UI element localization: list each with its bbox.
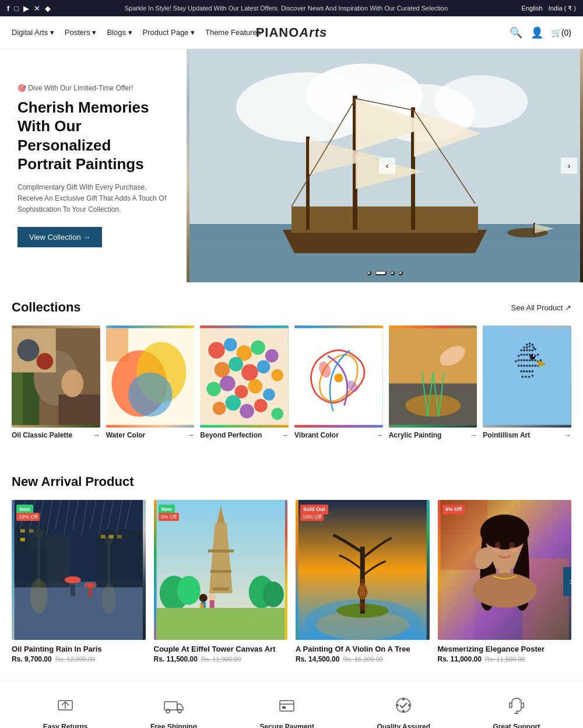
hero-dot-4[interactable] [398,271,403,275]
instagram-icon[interactable]: □ [14,4,19,13]
svg-point-42 [215,362,230,377]
account-icon[interactable]: 👤 [531,26,543,39]
svg-point-90 [518,359,520,362]
svg-point-104 [532,365,534,367]
svg-point-74 [533,346,535,349]
svg-point-107 [521,370,523,373]
svg-point-76 [524,349,526,352]
hero-section: 🎯 Dive With Our Limited-Time Offer! Cher… [0,49,583,282]
product-image-2 [154,500,288,640]
currency-selector[interactable]: India ( ₹ ) [549,5,576,12]
hero-description: Complimentary Gift With Every Purchase, … [17,182,169,216]
hero-dot-2[interactable] [375,271,387,275]
svg-point-37 [209,342,225,358]
svg-point-65 [405,394,461,416]
see-all-collections[interactable]: See All Product ↗ [511,303,572,312]
product-image-1 [12,500,146,640]
product-image-wrap-4: 4% Off [438,500,572,640]
site-logo[interactable]: PIANOArts [256,25,328,40]
svg-point-108 [524,370,526,373]
twitter-icon[interactable]: ✕ [34,4,40,13]
pinterest-icon[interactable]: ◆ [45,4,51,13]
collection-item-4[interactable]: Vibrant Color → [294,326,383,439]
product-card-2[interactable]: New 3% Off Couple At Eiffel Tower Canvas… [154,500,288,663]
svg-point-48 [220,376,236,391]
price-original-1: Rs. 12,000.00 [55,656,96,663]
product-card-1[interactable]: New 19% Off Oil Painting Rain In Paris R… [12,500,146,663]
youtube-icon[interactable]: ▶ [23,4,29,13]
svg-point-136 [30,579,48,614]
product-image-4 [438,500,572,640]
svg-point-27 [17,340,39,362]
svg-point-71 [524,346,526,349]
feature-quality-assured: Quality Assured [377,696,430,728]
hero-dot-3[interactable] [390,271,395,275]
svg-point-34 [128,372,173,416]
product-card-4[interactable]: 4% Off Mesmerizing Elegance Poster Rs. 1… [438,500,572,663]
new-arrivals-header: New Arrival Product [12,474,571,489]
svg-rect-134 [117,535,122,538]
product-name-2: Couple At Eiffel Tower Canvas Art [154,645,288,653]
hero-next-button[interactable]: › [561,158,577,174]
svg-point-103 [529,365,531,367]
collection-item-3[interactable]: Beyond Perfection → [200,326,289,439]
facebook-icon[interactable]: f [7,4,9,13]
easy-returns-label: Easy Returns [43,723,88,728]
svg-rect-35 [106,328,128,362]
svg-point-207 [402,698,405,701]
collection-label-1: Oil Classic Palette → [12,431,100,439]
svg-point-137 [102,584,116,614]
svg-point-68 [526,344,528,346]
feature-secure-payment: Secure Payment [260,696,314,728]
hero-dot-1[interactable] [367,271,371,275]
svg-point-102 [526,365,528,367]
products-next-button[interactable]: › [563,567,571,596]
svg-rect-181 [361,579,364,583]
product-prices-4: Rs. 11,000.00 Rs. 11,500.00 [438,655,572,663]
product-image-3 [296,500,430,640]
collections-grid: Oil Classic Palette → Water Color → [12,326,571,439]
svg-point-210 [396,704,399,706]
badge-discount-1: 19% Off [16,513,40,521]
nav-product-page[interactable]: Product Page ▾ [143,28,195,37]
hero-image: ‹ › [187,49,583,282]
hero-dots [367,271,403,275]
svg-point-28 [37,353,53,369]
svg-point-54 [240,404,255,418]
badge-off-4: 4% Off [442,505,465,514]
collection-item-1[interactable]: Oil Classic Palette → [12,326,100,439]
view-collection-button[interactable]: View Collection → [17,227,102,247]
svg-rect-203 [280,701,294,711]
quality-assured-label: Quality Assured [377,723,430,728]
nav-posters[interactable]: Posters ▾ [65,28,97,37]
collections-title: Collections [12,300,81,315]
svg-point-77 [526,349,528,352]
cart-icon[interactable]: 🛒(0) [552,28,571,37]
price-original-3: Rs. 16,200.00 [343,656,383,663]
svg-point-73 [529,345,531,348]
svg-point-41 [265,349,279,363]
product-name-4: Mesmerizing Elegance Poster [438,645,572,653]
hero-prev-button[interactable]: ‹ [379,158,395,174]
nav-blogs[interactable]: Blogs ▾ [107,28,132,37]
price-current-1: Rs. 9,700.00 [12,655,52,663]
svg-rect-205 [282,706,286,709]
svg-point-190 [480,514,529,550]
svg-point-111 [532,370,534,373]
nav-theme-features[interactable]: Theme Features [205,28,261,37]
product-prices-1: Rs. 9,700.00 Rs. 12,000.00 [12,655,146,663]
language-selector[interactable]: English [522,5,543,12]
search-icon[interactable]: 🔍 [510,26,522,39]
product-image-wrap-2: New 3% Off [154,500,288,640]
svg-rect-126 [15,523,50,587]
collection-item-2[interactable]: Water Color → [106,326,195,439]
nav-digital-arts[interactable]: Digital Arts ▾ [12,28,54,37]
collection-item-6[interactable]: Pointillism Art → [483,326,571,439]
svg-rect-168 [212,587,229,590]
price-original-4: Rs. 11,500.00 [485,656,525,663]
svg-rect-129 [20,529,25,533]
svg-point-70 [532,344,534,346]
free-shipping-icon [163,696,184,718]
collection-item-5[interactable]: Acrylic Painting → [389,326,477,439]
product-card-3[interactable]: Sold Out 10% Off A Painting Of A Violin … [296,500,430,663]
